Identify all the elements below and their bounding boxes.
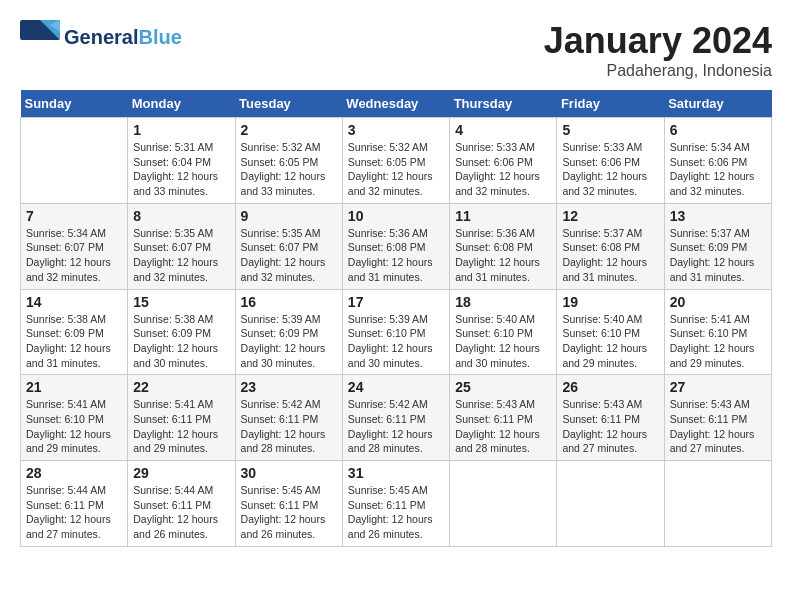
weekday-sunday: Sunday (21, 90, 128, 118)
day-number: 3 (348, 122, 444, 138)
week-row-0: 1Sunrise: 5:31 AM Sunset: 6:04 PM Daylig… (21, 118, 772, 204)
cell-content: Sunrise: 5:41 AM Sunset: 6:10 PM Dayligh… (26, 397, 122, 456)
calendar-cell (21, 118, 128, 204)
cell-content: Sunrise: 5:44 AM Sunset: 6:11 PM Dayligh… (133, 483, 229, 542)
calendar-cell: 31Sunrise: 5:45 AM Sunset: 6:11 PM Dayli… (342, 461, 449, 547)
calendar-cell: 20Sunrise: 5:41 AM Sunset: 6:10 PM Dayli… (664, 289, 771, 375)
day-number: 20 (670, 294, 766, 310)
logo-blue: Blue (138, 26, 181, 48)
day-number: 9 (241, 208, 337, 224)
cell-content: Sunrise: 5:35 AM Sunset: 6:07 PM Dayligh… (133, 226, 229, 285)
calendar-cell: 4Sunrise: 5:33 AM Sunset: 6:06 PM Daylig… (450, 118, 557, 204)
calendar-cell: 1Sunrise: 5:31 AM Sunset: 6:04 PM Daylig… (128, 118, 235, 204)
weekday-wednesday: Wednesday (342, 90, 449, 118)
cell-content: Sunrise: 5:37 AM Sunset: 6:09 PM Dayligh… (670, 226, 766, 285)
calendar-cell: 5Sunrise: 5:33 AM Sunset: 6:06 PM Daylig… (557, 118, 664, 204)
weekday-friday: Friday (557, 90, 664, 118)
day-number: 5 (562, 122, 658, 138)
calendar-cell: 19Sunrise: 5:40 AM Sunset: 6:10 PM Dayli… (557, 289, 664, 375)
cell-content: Sunrise: 5:43 AM Sunset: 6:11 PM Dayligh… (455, 397, 551, 456)
day-number: 18 (455, 294, 551, 310)
calendar-table: SundayMondayTuesdayWednesdayThursdayFrid… (20, 90, 772, 547)
logo: GeneralBlue (20, 20, 182, 54)
logo-general: General (64, 26, 138, 48)
calendar-cell (664, 461, 771, 547)
header: GeneralBlue January 2024 Padaherang, Ind… (20, 20, 772, 80)
title-area: January 2024 Padaherang, Indonesia (544, 20, 772, 80)
cell-content: Sunrise: 5:40 AM Sunset: 6:10 PM Dayligh… (562, 312, 658, 371)
day-number: 13 (670, 208, 766, 224)
day-number: 19 (562, 294, 658, 310)
calendar-cell: 10Sunrise: 5:36 AM Sunset: 6:08 PM Dayli… (342, 203, 449, 289)
calendar-cell: 15Sunrise: 5:38 AM Sunset: 6:09 PM Dayli… (128, 289, 235, 375)
logo-icon (20, 20, 60, 50)
day-number: 15 (133, 294, 229, 310)
day-number: 30 (241, 465, 337, 481)
calendar-cell: 14Sunrise: 5:38 AM Sunset: 6:09 PM Dayli… (21, 289, 128, 375)
cell-content: Sunrise: 5:40 AM Sunset: 6:10 PM Dayligh… (455, 312, 551, 371)
day-number: 22 (133, 379, 229, 395)
day-number: 26 (562, 379, 658, 395)
cell-content: Sunrise: 5:34 AM Sunset: 6:06 PM Dayligh… (670, 140, 766, 199)
calendar-cell: 30Sunrise: 5:45 AM Sunset: 6:11 PM Dayli… (235, 461, 342, 547)
day-number: 17 (348, 294, 444, 310)
cell-content: Sunrise: 5:42 AM Sunset: 6:11 PM Dayligh… (241, 397, 337, 456)
day-number: 10 (348, 208, 444, 224)
calendar-cell: 23Sunrise: 5:42 AM Sunset: 6:11 PM Dayli… (235, 375, 342, 461)
calendar-cell: 27Sunrise: 5:43 AM Sunset: 6:11 PM Dayli… (664, 375, 771, 461)
cell-content: Sunrise: 5:37 AM Sunset: 6:08 PM Dayligh… (562, 226, 658, 285)
cell-content: Sunrise: 5:32 AM Sunset: 6:05 PM Dayligh… (348, 140, 444, 199)
cell-content: Sunrise: 5:36 AM Sunset: 6:08 PM Dayligh… (348, 226, 444, 285)
day-number: 29 (133, 465, 229, 481)
day-number: 16 (241, 294, 337, 310)
calendar-cell (557, 461, 664, 547)
calendar-cell: 7Sunrise: 5:34 AM Sunset: 6:07 PM Daylig… (21, 203, 128, 289)
calendar-cell: 3Sunrise: 5:32 AM Sunset: 6:05 PM Daylig… (342, 118, 449, 204)
cell-content: Sunrise: 5:42 AM Sunset: 6:11 PM Dayligh… (348, 397, 444, 456)
day-number: 24 (348, 379, 444, 395)
cell-content: Sunrise: 5:44 AM Sunset: 6:11 PM Dayligh… (26, 483, 122, 542)
cell-content: Sunrise: 5:41 AM Sunset: 6:11 PM Dayligh… (133, 397, 229, 456)
cell-content: Sunrise: 5:38 AM Sunset: 6:09 PM Dayligh… (26, 312, 122, 371)
calendar-cell: 8Sunrise: 5:35 AM Sunset: 6:07 PM Daylig… (128, 203, 235, 289)
weekday-tuesday: Tuesday (235, 90, 342, 118)
day-number: 8 (133, 208, 229, 224)
day-number: 21 (26, 379, 122, 395)
calendar-cell: 17Sunrise: 5:39 AM Sunset: 6:10 PM Dayli… (342, 289, 449, 375)
day-number: 2 (241, 122, 337, 138)
calendar-cell: 18Sunrise: 5:40 AM Sunset: 6:10 PM Dayli… (450, 289, 557, 375)
cell-content: Sunrise: 5:39 AM Sunset: 6:09 PM Dayligh… (241, 312, 337, 371)
calendar-cell: 2Sunrise: 5:32 AM Sunset: 6:05 PM Daylig… (235, 118, 342, 204)
cell-content: Sunrise: 5:45 AM Sunset: 6:11 PM Dayligh… (241, 483, 337, 542)
day-number: 11 (455, 208, 551, 224)
calendar-cell: 28Sunrise: 5:44 AM Sunset: 6:11 PM Dayli… (21, 461, 128, 547)
day-number: 23 (241, 379, 337, 395)
calendar-cell: 29Sunrise: 5:44 AM Sunset: 6:11 PM Dayli… (128, 461, 235, 547)
location-title: Padaherang, Indonesia (544, 62, 772, 80)
weekday-thursday: Thursday (450, 90, 557, 118)
calendar-cell: 11Sunrise: 5:36 AM Sunset: 6:08 PM Dayli… (450, 203, 557, 289)
calendar-cell: 21Sunrise: 5:41 AM Sunset: 6:10 PM Dayli… (21, 375, 128, 461)
cell-content: Sunrise: 5:43 AM Sunset: 6:11 PM Dayligh… (562, 397, 658, 456)
week-row-3: 21Sunrise: 5:41 AM Sunset: 6:10 PM Dayli… (21, 375, 772, 461)
cell-content: Sunrise: 5:34 AM Sunset: 6:07 PM Dayligh… (26, 226, 122, 285)
day-number: 4 (455, 122, 551, 138)
day-number: 12 (562, 208, 658, 224)
cell-content: Sunrise: 5:39 AM Sunset: 6:10 PM Dayligh… (348, 312, 444, 371)
calendar-cell: 9Sunrise: 5:35 AM Sunset: 6:07 PM Daylig… (235, 203, 342, 289)
calendar-cell: 25Sunrise: 5:43 AM Sunset: 6:11 PM Dayli… (450, 375, 557, 461)
cell-content: Sunrise: 5:32 AM Sunset: 6:05 PM Dayligh… (241, 140, 337, 199)
day-number: 28 (26, 465, 122, 481)
calendar-cell: 16Sunrise: 5:39 AM Sunset: 6:09 PM Dayli… (235, 289, 342, 375)
day-number: 1 (133, 122, 229, 138)
day-number: 31 (348, 465, 444, 481)
week-row-2: 14Sunrise: 5:38 AM Sunset: 6:09 PM Dayli… (21, 289, 772, 375)
day-number: 14 (26, 294, 122, 310)
week-row-4: 28Sunrise: 5:44 AM Sunset: 6:11 PM Dayli… (21, 461, 772, 547)
calendar-cell: 13Sunrise: 5:37 AM Sunset: 6:09 PM Dayli… (664, 203, 771, 289)
calendar-cell: 22Sunrise: 5:41 AM Sunset: 6:11 PM Dayli… (128, 375, 235, 461)
cell-content: Sunrise: 5:36 AM Sunset: 6:08 PM Dayligh… (455, 226, 551, 285)
calendar-cell: 12Sunrise: 5:37 AM Sunset: 6:08 PM Dayli… (557, 203, 664, 289)
weekday-header-row: SundayMondayTuesdayWednesdayThursdayFrid… (21, 90, 772, 118)
calendar-cell (450, 461, 557, 547)
